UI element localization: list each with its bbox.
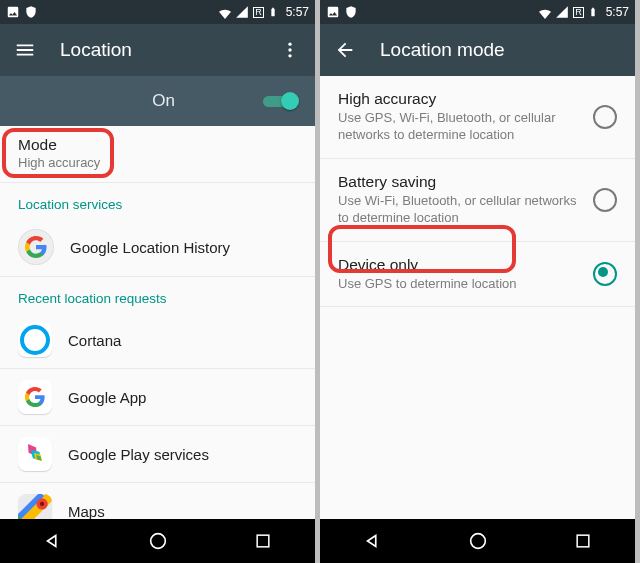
nav-bar xyxy=(320,519,635,563)
app-label: Cortana xyxy=(68,332,121,349)
option-title: Device only xyxy=(338,256,581,274)
svg-point-7 xyxy=(150,534,165,549)
back-icon[interactable] xyxy=(334,39,356,61)
option-device-only[interactable]: Device only Use GPS to determine locatio… xyxy=(320,242,635,308)
page-title: Location mode xyxy=(380,39,505,61)
app-label: Google Play services xyxy=(68,446,209,463)
status-bar: R 5:57 xyxy=(320,0,635,24)
option-battery-saving[interactable]: Battery saving Use Wi-Fi, Bluetooth, or … xyxy=(320,159,635,242)
shield-icon xyxy=(24,5,38,19)
radio-icon[interactable] xyxy=(593,262,617,286)
app-label: Maps xyxy=(68,503,105,520)
status-time: 5:57 xyxy=(606,5,629,19)
svg-point-9 xyxy=(470,534,485,549)
option-subtitle: Use Wi-Fi, Bluetooth, or cellular networ… xyxy=(338,193,581,227)
mode-value: High accuracy xyxy=(18,155,297,170)
nav-back[interactable] xyxy=(41,529,65,553)
battery-icon xyxy=(588,5,602,19)
radio-icon[interactable] xyxy=(593,188,617,212)
option-title: High accuracy xyxy=(338,90,581,108)
two-phone-stage: R 5:57 Location On Mode xyxy=(0,0,640,563)
menu-icon[interactable] xyxy=(14,39,36,61)
service-google-location-history[interactable]: Google Location History xyxy=(0,218,315,277)
signal-icon xyxy=(555,5,569,19)
nav-recents[interactable] xyxy=(571,529,595,553)
overflow-icon[interactable] xyxy=(279,39,301,61)
nav-home[interactable] xyxy=(466,529,490,553)
status-left-icons xyxy=(326,5,358,19)
image-icon xyxy=(326,5,340,19)
location-toggle[interactable] xyxy=(263,91,297,111)
nav-bar xyxy=(0,519,315,563)
option-subtitle: Use GPS, Wi-Fi, Bluetooth, or cellular n… xyxy=(338,110,581,144)
mode-row[interactable]: Mode High accuracy xyxy=(0,126,315,183)
signal-icon xyxy=(235,5,249,19)
svg-rect-10 xyxy=(577,535,589,547)
section-recent-requests: Recent location requests xyxy=(0,277,315,312)
nav-back[interactable] xyxy=(361,529,385,553)
status-time: 5:57 xyxy=(286,5,309,19)
nav-home[interactable] xyxy=(146,529,170,553)
wifi-icon xyxy=(217,5,231,19)
nav-recents[interactable] xyxy=(251,529,275,553)
wifi-icon xyxy=(537,5,551,19)
appbar-location-mode: Location mode xyxy=(320,24,635,76)
app-label: Google App xyxy=(68,389,146,406)
section-location-services: Location services xyxy=(0,183,315,218)
app-cortana[interactable]: Cortana xyxy=(0,312,315,369)
phone-right: R 5:57 Location mode High accuracy Use G… xyxy=(320,0,635,563)
location-settings-list: Mode High accuracy Location services Goo… xyxy=(0,126,315,519)
roaming-badge: R xyxy=(253,7,264,18)
cortana-icon xyxy=(18,323,52,357)
maps-icon xyxy=(18,494,52,519)
app-play-services[interactable]: Google Play services xyxy=(0,426,315,483)
svg-point-1 xyxy=(288,48,291,51)
shield-icon xyxy=(344,5,358,19)
status-bar: R 5:57 xyxy=(0,0,315,24)
status-left-icons xyxy=(6,5,38,19)
app-maps[interactable]: Maps xyxy=(0,483,315,519)
svg-point-5 xyxy=(40,502,44,506)
play-services-icon xyxy=(18,437,52,471)
svg-point-0 xyxy=(288,43,291,46)
google-app-icon xyxy=(18,380,52,414)
option-title: Battery saving xyxy=(338,173,581,191)
mode-options-list: High accuracy Use GPS, Wi-Fi, Bluetooth,… xyxy=(320,76,635,519)
battery-icon xyxy=(268,5,282,19)
appbar-location: Location xyxy=(0,24,315,76)
toggle-label: On xyxy=(64,91,263,111)
option-high-accuracy[interactable]: High accuracy Use GPS, Wi-Fi, Bluetooth,… xyxy=(320,76,635,159)
radio-icon[interactable] xyxy=(593,105,617,129)
phone-left: R 5:57 Location On Mode xyxy=(0,0,320,563)
image-icon xyxy=(6,5,20,19)
roaming-badge: R xyxy=(573,7,584,18)
svg-rect-8 xyxy=(257,535,269,547)
mode-label: Mode xyxy=(18,136,297,154)
google-g-icon xyxy=(18,229,54,265)
option-subtitle: Use GPS to determine location xyxy=(338,276,581,293)
svg-point-2 xyxy=(288,54,291,57)
page-title: Location xyxy=(60,39,132,61)
location-master-toggle-row[interactable]: On xyxy=(0,76,315,126)
app-google-app[interactable]: Google App xyxy=(0,369,315,426)
service-label: Google Location History xyxy=(70,239,230,256)
